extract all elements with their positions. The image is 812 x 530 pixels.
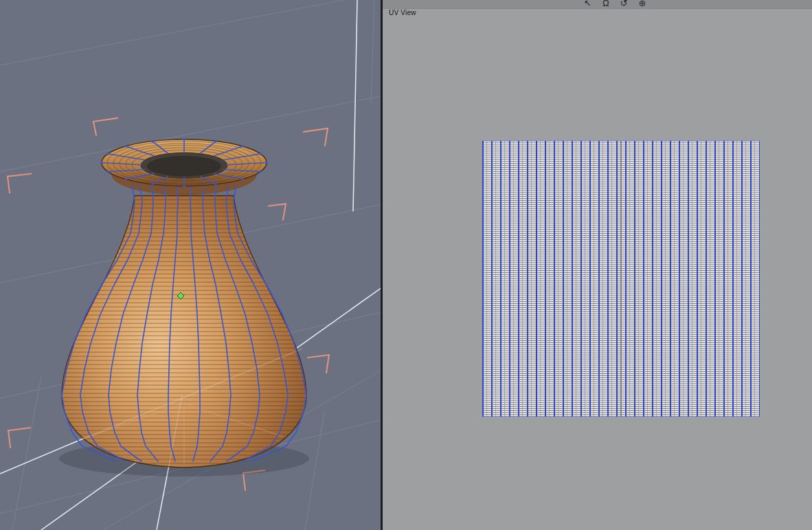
- perspective-viewport[interactable]: [0, 0, 381, 530]
- uv-toolbar: ↖ Ω ↺ ⊕: [584, 0, 646, 8]
- magnet-snap-icon[interactable]: Ω: [602, 0, 609, 8]
- uv-viewport-header: ↖ Ω ↺ ⊕: [383, 0, 812, 9]
- vase-opening-inner: [147, 156, 221, 176]
- uv-viewport[interactable]: ↖ Ω ↺ ⊕ UV View: [383, 0, 812, 530]
- app-window: ↖ Ω ↺ ⊕ UV View: [0, 0, 812, 530]
- rotate-view-icon[interactable]: ↺: [620, 0, 628, 8]
- 3d-scene: [0, 0, 381, 530]
- pointer-tool-icon[interactable]: ↖: [584, 0, 591, 8]
- vase-mesh[interactable]: [59, 138, 309, 481]
- settings-icon[interactable]: ⊕: [639, 0, 646, 8]
- uv-mesh-grid[interactable]: [482, 141, 760, 417]
- uv-view-label: UV View: [389, 9, 416, 16]
